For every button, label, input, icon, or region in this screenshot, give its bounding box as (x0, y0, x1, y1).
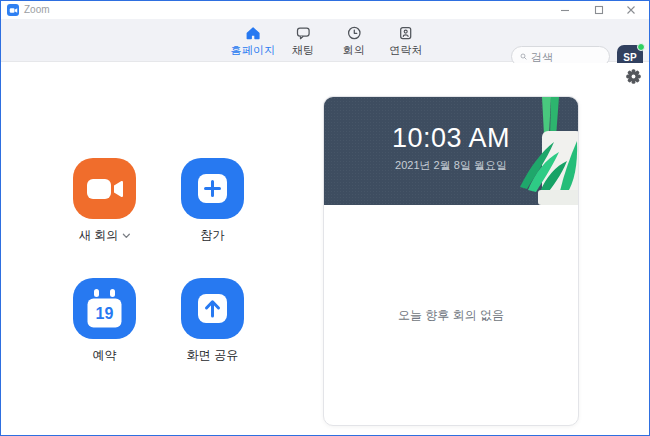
search-input[interactable] (531, 51, 601, 63)
share-screen-button[interactable]: 화면 공유 (181, 278, 244, 339)
online-status-dot (637, 43, 645, 51)
clock-icon (346, 25, 363, 41)
zoom-app-icon (7, 4, 19, 16)
nav-bar: 홈페이지 채팅 회의 연락처 (1, 19, 649, 62)
new-meeting-label: 새 회의 (79, 227, 118, 244)
join-tile[interactable] (181, 158, 244, 219)
tab-contacts-label: 연락처 (389, 43, 423, 58)
tab-home[interactable]: 홈페이지 (231, 25, 276, 58)
avatar-initials: SP (623, 52, 636, 63)
calendar-day: 19 (96, 305, 114, 322)
meetings-panel: 10:03 AM 2021년 2월 8일 월요일 오늘 향후 회의 없음 (323, 96, 579, 426)
video-camera-icon (9, 6, 18, 15)
tab-chat[interactable]: 채팅 (292, 25, 314, 58)
close-icon[interactable] (615, 1, 647, 19)
meetings-list: 오늘 향후 회의 없음 (324, 205, 578, 425)
chevron-down-icon[interactable] (122, 233, 130, 239)
schedule-label: 예약 (93, 347, 117, 364)
plant-illustration (520, 97, 578, 205)
video-camera-icon (85, 174, 125, 204)
settings-button[interactable] (623, 66, 643, 86)
main-content: 새 회의 참가 19 (1, 63, 649, 436)
tab-home-label: 홈페이지 (231, 43, 276, 58)
share-screen-tile[interactable] (181, 278, 244, 339)
gear-icon (626, 69, 641, 84)
share-screen-label: 화면 공유 (187, 347, 238, 364)
join-label: 참가 (201, 227, 225, 244)
new-meeting-tile[interactable] (73, 158, 136, 219)
title-bar: Zoom (1, 1, 649, 19)
home-icon (245, 25, 262, 41)
schedule-button[interactable]: 19 예약 (73, 278, 136, 339)
clock-card: 10:03 AM 2021년 2월 8일 월요일 (324, 97, 578, 205)
join-button[interactable]: 참가 (181, 158, 244, 219)
chat-icon (295, 25, 312, 41)
maximize-icon[interactable] (583, 1, 615, 19)
zoom-window: Zoom 홈페이지 채팅 (0, 0, 650, 436)
no-meetings-message: 오늘 향후 회의 없음 (398, 307, 504, 324)
tab-contacts[interactable]: 연락처 (389, 25, 423, 58)
plus-icon (181, 158, 244, 219)
tab-meetings[interactable]: 회의 (343, 25, 365, 58)
tab-chat-label: 채팅 (292, 43, 314, 58)
share-screen-icon (181, 278, 244, 339)
schedule-tile[interactable]: 19 (73, 278, 136, 339)
contacts-icon (397, 25, 414, 41)
tab-meetings-label: 회의 (343, 43, 365, 58)
search-icon (520, 50, 527, 63)
minimize-icon[interactable] (549, 1, 581, 19)
calendar-icon: 19 (73, 278, 136, 339)
window-title: Zoom (24, 4, 50, 15)
new-meeting-button[interactable]: 새 회의 (73, 158, 136, 219)
